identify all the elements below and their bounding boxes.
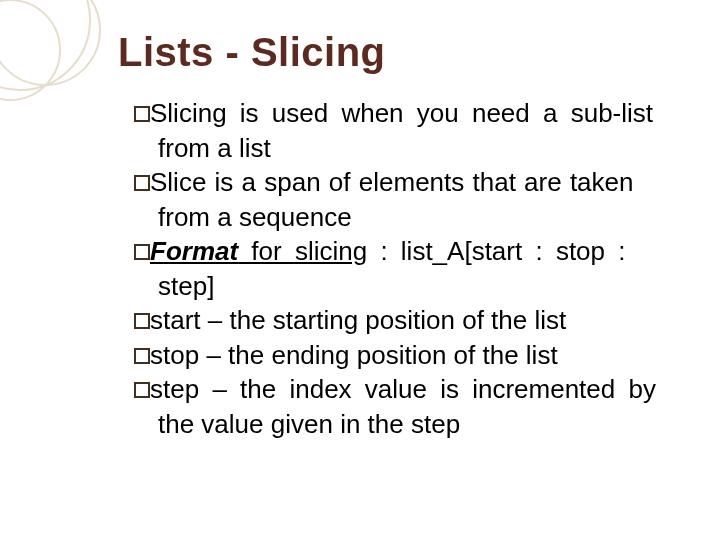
format-label: Format [150,236,238,266]
bullet-text: – the index value is incremented by [199,374,656,404]
bullet-lead: start [150,305,201,335]
bullet-lead: step [150,374,199,404]
bullet-box-icon [134,348,150,364]
bullet-box-icon [134,244,150,260]
format-mid: for [238,236,295,266]
bullet-box-icon [134,106,150,122]
bullet-cont: from a list [134,132,720,165]
bullet-box-icon [134,382,150,398]
bullet-slice: Slice is a span of elements that are tak… [134,166,720,199]
bullet-text: – the ending position of the list [199,340,557,370]
bullet-cont: step] [134,270,720,303]
bullet-cont: from a sequence [134,201,720,234]
bullet-text: step] [158,271,214,301]
bullet-slicing: Slicing is used when you need a sub-list [134,97,720,130]
bullet-lead: Slicing [150,98,227,128]
slide-title: Lists - Slicing [118,30,720,75]
bullet-cont: the value given in the step [134,408,720,441]
format-rest: : list_A[start : stop : [367,236,625,266]
bullet-lead: Slice [150,167,206,197]
format-slicing: slicing [295,236,367,266]
bullet-box-icon [134,175,150,191]
bullet-lead: stop [150,340,199,370]
bullet-text: from a sequence [158,202,352,232]
bullet-start: start – the starting position of the lis… [134,304,720,337]
bullet-text: is used when you need a sub-list [227,98,653,128]
bullet-box-icon [134,313,150,329]
bullet-step: step – the index value is incremented by [134,373,720,406]
bullet-stop: stop – the ending position of the list [134,339,720,372]
bullet-text: – the starting position of the list [201,305,567,335]
bullet-text: from a list [158,133,271,163]
bullet-format: Format for slicing : list_A[start : stop… [134,235,720,268]
bullet-text: is a span of elements that are taken [206,167,633,197]
slide-content: Slicing is used when you need a sub-list… [134,97,720,440]
slide: Lists - Slicing Slicing is used when you… [0,0,720,540]
bullet-text: the value given in the step [158,409,460,439]
